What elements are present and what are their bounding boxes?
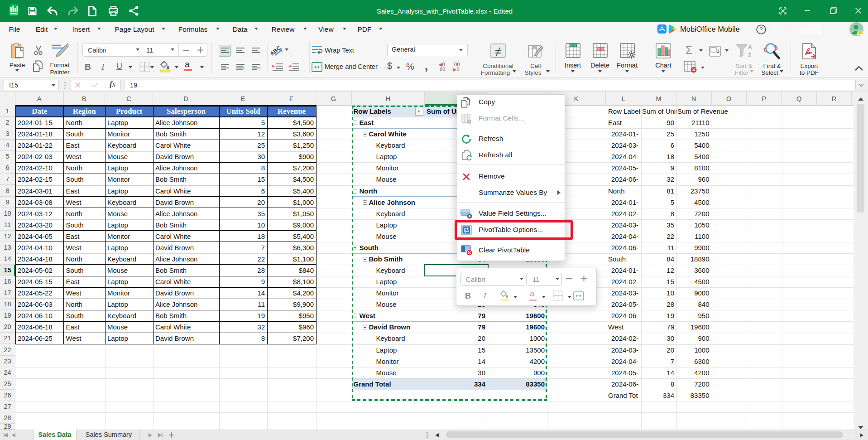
svg-text:A: A [748, 44, 752, 50]
svg-text:Z: Z [748, 52, 751, 58]
svg-text:?: ? [760, 26, 763, 33]
